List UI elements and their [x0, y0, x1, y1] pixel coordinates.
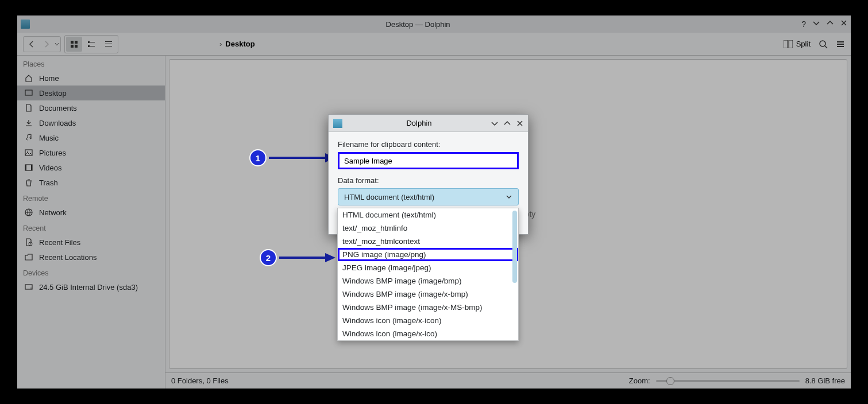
- dialog-close-icon[interactable]: [516, 120, 523, 127]
- svg-rect-19: [25, 150, 32, 156]
- dialog-app-icon: [333, 119, 342, 128]
- sidebar-item-trash[interactable]: Trash: [17, 175, 165, 190]
- item-count: 0 Folders, 0 Files: [171, 376, 229, 385]
- sidebar-item-label: Trash: [39, 178, 58, 187]
- desktop-icon: [24, 88, 33, 98]
- maximize-icon[interactable]: [827, 20, 834, 29]
- places-section-label: Places: [17, 56, 165, 71]
- dialog-titlebar: Dolphin: [329, 115, 528, 132]
- toolbar: › Desktop Split: [17, 33, 851, 56]
- sidebar-item-recent-locations[interactable]: Recent Locations: [17, 250, 165, 265]
- sidebar-item-label: 24.5 GiB Internal Drive (sda3): [39, 283, 138, 292]
- svg-rect-3: [75, 45, 78, 48]
- close-icon[interactable]: [840, 20, 847, 29]
- format-label: Data format:: [338, 176, 519, 185]
- statusbar: 0 Folders, 0 Files Zoom: 8.8 GiB free: [165, 372, 851, 389]
- sidebar-item-internal-drive[interactable]: 24.5 GiB Internal Drive (sda3): [17, 279, 165, 294]
- format-select[interactable]: HTML document (text/html): [338, 188, 519, 205]
- sidebar-item-label: Recent Locations: [39, 253, 97, 262]
- free-space: 8.8 GiB free: [805, 376, 845, 385]
- format-option[interactable]: Windows BMP image (image/x-bmp): [338, 288, 518, 301]
- sidebar-item-music[interactable]: Music: [17, 130, 165, 145]
- sidebar-item-label: Documents: [39, 104, 77, 112]
- format-option[interactable]: text/_moz_htmlinfo: [338, 222, 518, 235]
- breadcrumb[interactable]: › Desktop: [219, 40, 255, 48]
- search-button[interactable]: [819, 40, 828, 49]
- dialog-maximize-icon[interactable]: [504, 120, 511, 127]
- zoom-thumb[interactable]: [666, 377, 674, 385]
- videos-icon: [24, 163, 33, 172]
- filename-input[interactable]: [338, 152, 519, 169]
- sidebar-item-label: Recent Files: [39, 238, 80, 247]
- window-title: Desktop — Dolphin: [34, 20, 801, 29]
- format-option[interactable]: Windows BMP image (image/bmp): [338, 274, 518, 288]
- app-icon: [21, 20, 30, 29]
- sidebar-item-label: Videos: [39, 164, 62, 172]
- format-selected-value: HTML document (text/html): [344, 193, 434, 201]
- sidebar-item-home[interactable]: Home: [17, 71, 165, 86]
- format-option[interactable]: Windows BMP image (image/x-MS-bmp): [338, 301, 518, 314]
- split-label: Split: [796, 40, 811, 48]
- svg-rect-1: [75, 41, 78, 44]
- svg-rect-2: [71, 45, 74, 48]
- dialog-title: Dolphin: [347, 119, 491, 127]
- recent-section-label: Recent: [17, 220, 165, 235]
- format-option[interactable]: Windows icon (image/x-icon): [338, 314, 518, 327]
- sidebar-item-desktop[interactable]: Desktop: [17, 86, 165, 100]
- help-icon[interactable]: ?: [801, 20, 806, 29]
- network-icon: [24, 208, 33, 217]
- drive-icon: [24, 282, 33, 292]
- breadcrumb-current: Desktop: [225, 40, 254, 48]
- sidebar-item-label: Home: [39, 74, 59, 83]
- annotation-badge-2: 2: [260, 249, 277, 266]
- nav-group: [23, 36, 61, 52]
- icon-view-button[interactable]: [66, 37, 82, 52]
- format-option[interactable]: Windows icon (image/x-ico): [338, 327, 518, 340]
- sidebar-item-label: Desktop: [39, 89, 67, 98]
- devices-section-label: Devices: [17, 265, 165, 279]
- svg-rect-6: [88, 45, 90, 47]
- compact-view-button[interactable]: [83, 37, 99, 52]
- sidebar-item-downloads[interactable]: Downloads: [17, 115, 165, 130]
- annotation-arrow-2: [279, 257, 326, 259]
- svg-rect-5: [90, 42, 95, 42]
- dropdown-scrollbar[interactable]: [512, 211, 517, 283]
- sidebar-item-network[interactable]: Network: [17, 205, 165, 220]
- back-button[interactable]: [25, 38, 38, 50]
- downloads-icon: [24, 118, 33, 127]
- chevron-down-icon: [506, 193, 512, 200]
- svg-rect-22: [25, 165, 26, 170]
- documents-icon: [24, 103, 33, 112]
- titlebar: Desktop — Dolphin ?: [17, 15, 851, 33]
- sidebar-item-videos[interactable]: Videos: [17, 160, 165, 175]
- svg-rect-26: [25, 285, 32, 289]
- format-option[interactable]: JPEG image (image/jpeg): [338, 261, 518, 274]
- menu-button[interactable]: [836, 40, 845, 49]
- sidebar-item-label: Music: [39, 134, 59, 142]
- sidebar-item-label: Network: [39, 208, 67, 217]
- svg-line-14: [825, 46, 827, 48]
- sidebar-item-documents[interactable]: Documents: [17, 100, 165, 115]
- minimize-icon[interactable]: [813, 20, 820, 29]
- format-option[interactable]: text/_moz_htmlcontext: [338, 235, 518, 248]
- details-view-button[interactable]: [101, 37, 117, 52]
- home-icon: [24, 73, 33, 83]
- svg-rect-18: [25, 90, 32, 95]
- forward-button[interactable]: [40, 38, 53, 50]
- svg-rect-7: [90, 46, 95, 46]
- svg-rect-8: [105, 41, 112, 42]
- format-option-png[interactable]: PNG image (image/png): [338, 248, 518, 261]
- zoom-slider[interactable]: [656, 380, 800, 382]
- places-panel: Places Home Desktop Documents Downloads …: [17, 56, 165, 389]
- sidebar-item-recent-files[interactable]: Recent Files: [17, 235, 165, 250]
- split-button[interactable]: Split: [784, 40, 811, 48]
- format-option[interactable]: HTML document (text/html): [338, 208, 518, 222]
- trash-icon: [24, 178, 33, 187]
- remote-section-label: Remote: [17, 190, 165, 205]
- sidebar-item-pictures[interactable]: Pictures: [17, 145, 165, 160]
- svg-rect-23: [31, 165, 32, 170]
- zoom-label: Zoom:: [629, 376, 650, 385]
- dialog-minimize-icon[interactable]: [491, 120, 498, 127]
- sidebar-item-label: Downloads: [39, 119, 76, 127]
- svg-rect-12: [789, 40, 793, 48]
